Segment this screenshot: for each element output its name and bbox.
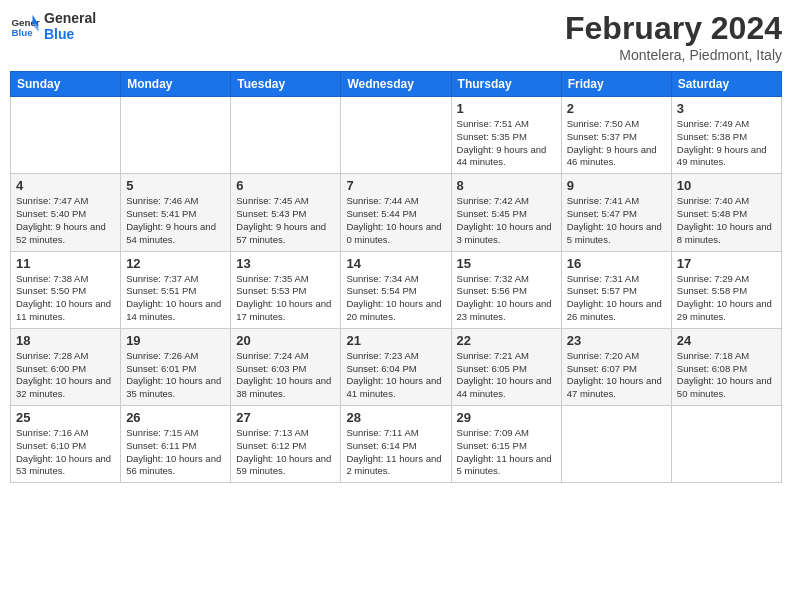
day-info: Sunrise: 7:41 AM Sunset: 5:47 PM Dayligh… <box>567 195 666 246</box>
day-number: 22 <box>457 333 556 348</box>
day-info: Sunrise: 7:16 AM Sunset: 6:10 PM Dayligh… <box>16 427 115 478</box>
table-row: 13Sunrise: 7:35 AM Sunset: 5:53 PM Dayli… <box>231 251 341 328</box>
day-number: 1 <box>457 101 556 116</box>
table-row: 19Sunrise: 7:26 AM Sunset: 6:01 PM Dayli… <box>121 328 231 405</box>
day-info: Sunrise: 7:21 AM Sunset: 6:05 PM Dayligh… <box>457 350 556 401</box>
day-number: 26 <box>126 410 225 425</box>
day-info: Sunrise: 7:26 AM Sunset: 6:01 PM Dayligh… <box>126 350 225 401</box>
table-row <box>341 97 451 174</box>
table-row <box>11 97 121 174</box>
col-wednesday: Wednesday <box>341 72 451 97</box>
day-number: 21 <box>346 333 445 348</box>
col-monday: Monday <box>121 72 231 97</box>
table-row <box>231 97 341 174</box>
day-number: 15 <box>457 256 556 271</box>
calendar-week-4: 18Sunrise: 7:28 AM Sunset: 6:00 PM Dayli… <box>11 328 782 405</box>
day-number: 25 <box>16 410 115 425</box>
table-row: 17Sunrise: 7:29 AM Sunset: 5:58 PM Dayli… <box>671 251 781 328</box>
day-number: 6 <box>236 178 335 193</box>
table-row: 24Sunrise: 7:18 AM Sunset: 6:08 PM Dayli… <box>671 328 781 405</box>
calendar-title: February 2024 <box>565 10 782 47</box>
table-row: 23Sunrise: 7:20 AM Sunset: 6:07 PM Dayli… <box>561 328 671 405</box>
table-row: 8Sunrise: 7:42 AM Sunset: 5:45 PM Daylig… <box>451 174 561 251</box>
day-number: 29 <box>457 410 556 425</box>
day-info: Sunrise: 7:50 AM Sunset: 5:37 PM Dayligh… <box>567 118 666 169</box>
table-row: 29Sunrise: 7:09 AM Sunset: 6:15 PM Dayli… <box>451 406 561 483</box>
day-info: Sunrise: 7:47 AM Sunset: 5:40 PM Dayligh… <box>16 195 115 246</box>
table-row: 16Sunrise: 7:31 AM Sunset: 5:57 PM Dayli… <box>561 251 671 328</box>
table-row: 28Sunrise: 7:11 AM Sunset: 6:14 PM Dayli… <box>341 406 451 483</box>
day-info: Sunrise: 7:42 AM Sunset: 5:45 PM Dayligh… <box>457 195 556 246</box>
table-row: 20Sunrise: 7:24 AM Sunset: 6:03 PM Dayli… <box>231 328 341 405</box>
day-number: 13 <box>236 256 335 271</box>
logo: General Blue General Blue <box>10 10 96 42</box>
day-info: Sunrise: 7:49 AM Sunset: 5:38 PM Dayligh… <box>677 118 776 169</box>
day-number: 9 <box>567 178 666 193</box>
day-info: Sunrise: 7:20 AM Sunset: 6:07 PM Dayligh… <box>567 350 666 401</box>
table-row: 1Sunrise: 7:51 AM Sunset: 5:35 PM Daylig… <box>451 97 561 174</box>
table-row: 9Sunrise: 7:41 AM Sunset: 5:47 PM Daylig… <box>561 174 671 251</box>
table-row: 15Sunrise: 7:32 AM Sunset: 5:56 PM Dayli… <box>451 251 561 328</box>
table-row: 10Sunrise: 7:40 AM Sunset: 5:48 PM Dayli… <box>671 174 781 251</box>
table-row <box>121 97 231 174</box>
day-info: Sunrise: 7:45 AM Sunset: 5:43 PM Dayligh… <box>236 195 335 246</box>
table-row: 26Sunrise: 7:15 AM Sunset: 6:11 PM Dayli… <box>121 406 231 483</box>
day-number: 17 <box>677 256 776 271</box>
table-row <box>671 406 781 483</box>
day-info: Sunrise: 7:35 AM Sunset: 5:53 PM Dayligh… <box>236 273 335 324</box>
svg-marker-3 <box>33 25 39 33</box>
calendar-week-2: 4Sunrise: 7:47 AM Sunset: 5:40 PM Daylig… <box>11 174 782 251</box>
day-info: Sunrise: 7:38 AM Sunset: 5:50 PM Dayligh… <box>16 273 115 324</box>
day-number: 11 <box>16 256 115 271</box>
day-info: Sunrise: 7:51 AM Sunset: 5:35 PM Dayligh… <box>457 118 556 169</box>
col-friday: Friday <box>561 72 671 97</box>
day-info: Sunrise: 7:46 AM Sunset: 5:41 PM Dayligh… <box>126 195 225 246</box>
logo-text-blue: Blue <box>44 26 96 42</box>
day-number: 19 <box>126 333 225 348</box>
day-info: Sunrise: 7:29 AM Sunset: 5:58 PM Dayligh… <box>677 273 776 324</box>
calendar-header: February 2024 Montelera, Piedmont, Italy <box>565 10 782 63</box>
table-row: 21Sunrise: 7:23 AM Sunset: 6:04 PM Dayli… <box>341 328 451 405</box>
day-info: Sunrise: 7:28 AM Sunset: 6:00 PM Dayligh… <box>16 350 115 401</box>
calendar-header-row: Sunday Monday Tuesday Wednesday Thursday… <box>11 72 782 97</box>
day-info: Sunrise: 7:13 AM Sunset: 6:12 PM Dayligh… <box>236 427 335 478</box>
day-info: Sunrise: 7:18 AM Sunset: 6:08 PM Dayligh… <box>677 350 776 401</box>
day-info: Sunrise: 7:15 AM Sunset: 6:11 PM Dayligh… <box>126 427 225 478</box>
table-row: 6Sunrise: 7:45 AM Sunset: 5:43 PM Daylig… <box>231 174 341 251</box>
table-row: 14Sunrise: 7:34 AM Sunset: 5:54 PM Dayli… <box>341 251 451 328</box>
table-row: 22Sunrise: 7:21 AM Sunset: 6:05 PM Dayli… <box>451 328 561 405</box>
table-row: 5Sunrise: 7:46 AM Sunset: 5:41 PM Daylig… <box>121 174 231 251</box>
calendar-subtitle: Montelera, Piedmont, Italy <box>565 47 782 63</box>
col-saturday: Saturday <box>671 72 781 97</box>
day-number: 20 <box>236 333 335 348</box>
calendar-week-3: 11Sunrise: 7:38 AM Sunset: 5:50 PM Dayli… <box>11 251 782 328</box>
day-number: 5 <box>126 178 225 193</box>
day-number: 12 <box>126 256 225 271</box>
day-info: Sunrise: 7:23 AM Sunset: 6:04 PM Dayligh… <box>346 350 445 401</box>
page-header: General Blue General Blue February 2024 … <box>10 10 782 63</box>
table-row: 12Sunrise: 7:37 AM Sunset: 5:51 PM Dayli… <box>121 251 231 328</box>
day-number: 7 <box>346 178 445 193</box>
day-number: 27 <box>236 410 335 425</box>
logo-text-general: General <box>44 10 96 26</box>
logo-icon: General Blue <box>10 11 40 41</box>
day-number: 24 <box>677 333 776 348</box>
col-sunday: Sunday <box>11 72 121 97</box>
day-info: Sunrise: 7:40 AM Sunset: 5:48 PM Dayligh… <box>677 195 776 246</box>
day-number: 3 <box>677 101 776 116</box>
day-info: Sunrise: 7:44 AM Sunset: 5:44 PM Dayligh… <box>346 195 445 246</box>
day-info: Sunrise: 7:09 AM Sunset: 6:15 PM Dayligh… <box>457 427 556 478</box>
table-row <box>561 406 671 483</box>
col-tuesday: Tuesday <box>231 72 341 97</box>
table-row: 4Sunrise: 7:47 AM Sunset: 5:40 PM Daylig… <box>11 174 121 251</box>
day-number: 8 <box>457 178 556 193</box>
day-number: 16 <box>567 256 666 271</box>
day-info: Sunrise: 7:32 AM Sunset: 5:56 PM Dayligh… <box>457 273 556 324</box>
day-info: Sunrise: 7:31 AM Sunset: 5:57 PM Dayligh… <box>567 273 666 324</box>
table-row: 25Sunrise: 7:16 AM Sunset: 6:10 PM Dayli… <box>11 406 121 483</box>
table-row: 18Sunrise: 7:28 AM Sunset: 6:00 PM Dayli… <box>11 328 121 405</box>
table-row: 11Sunrise: 7:38 AM Sunset: 5:50 PM Dayli… <box>11 251 121 328</box>
day-number: 18 <box>16 333 115 348</box>
day-number: 2 <box>567 101 666 116</box>
calendar-week-5: 25Sunrise: 7:16 AM Sunset: 6:10 PM Dayli… <box>11 406 782 483</box>
